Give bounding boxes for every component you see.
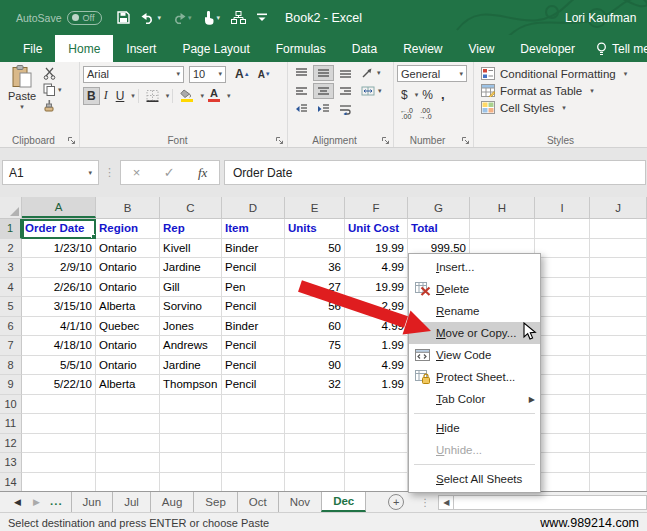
- menu-item-rename[interactable]: Rename: [409, 300, 540, 322]
- cell-D13[interactable]: [222, 453, 285, 473]
- column-header-E[interactable]: E: [285, 197, 345, 218]
- conditional-formatting-button[interactable]: Conditional Formatting ▾: [477, 65, 645, 82]
- cell-B13[interactable]: [96, 453, 160, 473]
- cell-F4[interactable]: 19.99: [345, 278, 408, 298]
- cell-A11[interactable]: [22, 414, 96, 434]
- row-header-10[interactable]: 10: [0, 395, 22, 415]
- row-header-5[interactable]: 5: [0, 297, 22, 317]
- cell-B5[interactable]: Alberta: [96, 297, 160, 317]
- decrease-decimal-button[interactable]: .00→.0: [416, 106, 435, 122]
- cell-I11[interactable]: [535, 414, 590, 434]
- cell-B14[interactable]: [96, 473, 160, 492]
- menu-item-insert[interactable]: Insert...: [409, 256, 540, 278]
- cell-C2[interactable]: Kivell: [160, 239, 222, 259]
- cell-D14[interactable]: [222, 473, 285, 492]
- column-header-I[interactable]: I: [535, 197, 590, 218]
- row-header-14[interactable]: 14: [0, 473, 22, 492]
- cell-A8[interactable]: 5/5/10: [22, 356, 96, 376]
- cell-A5[interactable]: 3/15/10: [22, 297, 96, 317]
- underline-dropdown-icon[interactable]: ▾: [131, 92, 135, 100]
- cell-J14[interactable]: [590, 473, 647, 492]
- cell-D11[interactable]: [222, 414, 285, 434]
- cell-C1[interactable]: Rep: [160, 219, 222, 239]
- cell-J6[interactable]: [590, 317, 647, 337]
- cell-J3[interactable]: [590, 258, 647, 278]
- sheet-nav-left-icon[interactable]: ◀: [8, 492, 27, 512]
- cell-A1[interactable]: Order Date: [22, 219, 96, 239]
- cell-E5[interactable]: 56: [285, 297, 345, 317]
- cell-B8[interactable]: Ontario: [96, 356, 160, 376]
- cell-F11[interactable]: [345, 414, 408, 434]
- redo-button[interactable]: ▾: [172, 12, 192, 24]
- sheet-tab-oct[interactable]: Oct: [237, 492, 278, 512]
- clipboard-dialog-launcher[interactable]: [67, 136, 76, 145]
- column-header-J[interactable]: J: [590, 197, 647, 218]
- cell-B11[interactable]: [96, 414, 160, 434]
- cell-I7[interactable]: [535, 336, 590, 356]
- cell-C3[interactable]: Jardine: [160, 258, 222, 278]
- column-header-G[interactable]: G: [408, 197, 470, 218]
- cell-E9[interactable]: 32: [285, 375, 345, 395]
- align-right-button[interactable]: [335, 83, 356, 99]
- column-header-C[interactable]: C: [160, 197, 222, 218]
- increase-decimal-button[interactable]: ←.0.00: [397, 106, 416, 122]
- cell-J13[interactable]: [590, 453, 647, 473]
- scroll-left-icon[interactable]: ◀: [438, 495, 454, 510]
- cell-I9[interactable]: [535, 375, 590, 395]
- cut-button[interactable]: [43, 67, 62, 80]
- cell-F5[interactable]: 2.99: [345, 297, 408, 317]
- cell-F6[interactable]: 4.99: [345, 317, 408, 337]
- cell-I4[interactable]: [535, 278, 590, 298]
- cell-F2[interactable]: 19.99: [345, 239, 408, 259]
- cell-C9[interactable]: Thompson: [160, 375, 222, 395]
- menu-item-delete[interactable]: Delete: [409, 278, 540, 300]
- row-header-1[interactable]: 1: [0, 219, 22, 239]
- column-header-B[interactable]: B: [96, 197, 160, 218]
- cell-E7[interactable]: 75: [285, 336, 345, 356]
- ribbon-tab-developer[interactable]: Developer: [507, 35, 588, 62]
- font-color-dropdown-icon[interactable]: ▾: [227, 92, 231, 100]
- touch-mode-button[interactable]: ▾: [202, 11, 220, 25]
- cell-C7[interactable]: Andrews: [160, 336, 222, 356]
- copy-button[interactable]: ▾: [43, 83, 62, 96]
- row-header-8[interactable]: 8: [0, 356, 22, 376]
- cell-D2[interactable]: Binder: [222, 239, 285, 259]
- cell-I8[interactable]: [535, 356, 590, 376]
- cell-F13[interactable]: [345, 453, 408, 473]
- formula-input[interactable]: Order Date: [224, 160, 646, 185]
- increase-indent-button[interactable]: [313, 101, 334, 117]
- cell-I2[interactable]: [535, 239, 590, 259]
- cell-C6[interactable]: Jones: [160, 317, 222, 337]
- row-header-9[interactable]: 9: [0, 375, 22, 395]
- cell-I6[interactable]: [535, 317, 590, 337]
- tell-me-box[interactable]: Tell me: [588, 35, 647, 62]
- row-header-7[interactable]: 7: [0, 336, 22, 356]
- save-button[interactable]: [117, 11, 130, 24]
- font-dialog-launcher[interactable]: [275, 136, 284, 145]
- alignment-dialog-launcher[interactable]: [381, 136, 390, 145]
- merge-center-button[interactable]: ▾: [357, 83, 386, 99]
- cell-E13[interactable]: [285, 453, 345, 473]
- cell-B9[interactable]: Alberta: [96, 375, 160, 395]
- cell-I5[interactable]: [535, 297, 590, 317]
- cell-B10[interactable]: [96, 395, 160, 415]
- cell-A10[interactable]: [22, 395, 96, 415]
- cell-E3[interactable]: 36: [285, 258, 345, 278]
- row-header-11[interactable]: 11: [0, 414, 22, 434]
- cell-J10[interactable]: [590, 395, 647, 415]
- cell-B7[interactable]: Ontario: [96, 336, 160, 356]
- cell-D5[interactable]: Pencil: [222, 297, 285, 317]
- column-header-H[interactable]: H: [470, 197, 535, 218]
- cell-A9[interactable]: 5/22/10: [22, 375, 96, 395]
- cell-E2[interactable]: 50: [285, 239, 345, 259]
- cell-F9[interactable]: 1.99: [345, 375, 408, 395]
- cell-G1[interactable]: Total: [408, 219, 470, 239]
- cell-C4[interactable]: Gill: [160, 278, 222, 298]
- cell-D12[interactable]: [222, 434, 285, 454]
- sheet-tab-aug[interactable]: Aug: [150, 492, 193, 512]
- name-box[interactable]: A1 ▾: [2, 160, 99, 185]
- ribbon-tab-insert[interactable]: Insert: [113, 35, 169, 62]
- align-left-button[interactable]: [291, 83, 312, 99]
- cell-B12[interactable]: [96, 434, 160, 454]
- cell-A2[interactable]: 1/23/10: [22, 239, 96, 259]
